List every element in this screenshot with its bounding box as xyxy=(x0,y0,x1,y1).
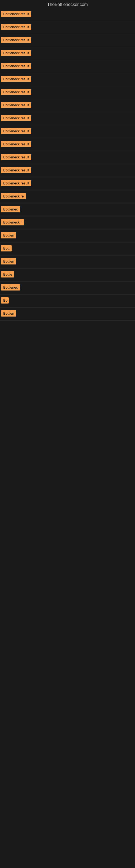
bottleneck-badge[interactable]: Bottleneck re xyxy=(1,193,26,199)
bottleneck-badge[interactable]: Bottlen xyxy=(1,310,16,316)
site-title: TheBottlenecker.com xyxy=(0,0,135,8)
bottleneck-badge[interactable]: Bottleneck result xyxy=(1,102,31,108)
list-item: Bottleneck result xyxy=(0,86,135,99)
list-item: Bottleneck re xyxy=(0,190,135,204)
bottleneck-badge[interactable]: Bottleneck result xyxy=(1,24,31,30)
list-item: Bottleneck result xyxy=(0,151,135,164)
list-item: Bottlenec xyxy=(0,282,135,294)
list-item: Bottle xyxy=(0,269,135,282)
list-item: Bottleneck result xyxy=(0,47,135,60)
list-item: Bottleneck result xyxy=(0,125,135,138)
bottleneck-badge[interactable]: Bottleneck result xyxy=(1,37,31,43)
list-item: Bottlen xyxy=(0,308,135,321)
list-item: Bottleneck result xyxy=(0,99,135,112)
list-item: Bottleneck r xyxy=(0,216,135,229)
list-item: Bottleneck result xyxy=(0,138,135,151)
bottleneck-badge[interactable]: Bottle xyxy=(1,271,14,278)
list-item: Bottleneck result xyxy=(0,112,135,125)
list-item: Bo xyxy=(0,294,135,308)
bottleneck-badge[interactable]: Bottleneck result xyxy=(1,167,31,173)
bottleneck-badge[interactable]: Bottleneck result xyxy=(1,180,31,186)
bottleneck-badge[interactable]: Bottleneck result xyxy=(1,141,31,147)
bottleneck-badge[interactable]: Bottlenec xyxy=(1,284,20,290)
bottleneck-badge[interactable]: Bo xyxy=(1,297,9,304)
list-item: Bottleneck result xyxy=(0,73,135,86)
list-item: Bottleneck result xyxy=(0,177,135,190)
bottleneck-badge[interactable]: Bottlen xyxy=(1,232,16,239)
bottleneck-badge[interactable]: Bottleneck result xyxy=(1,76,31,82)
list-item: Bottleneck result xyxy=(0,34,135,47)
list-item: Bottleneck result xyxy=(0,8,135,21)
list-item: Bottleneck result xyxy=(0,60,135,73)
list-item: Bottlen xyxy=(0,229,135,243)
bottleneck-badge[interactable]: Bottleneck result xyxy=(1,63,31,69)
list-item: Bottleneck result xyxy=(0,164,135,177)
bottleneck-badge[interactable]: Bottleneck result xyxy=(1,89,31,95)
bottleneck-badge[interactable]: Bott xyxy=(1,245,12,251)
list-item: Bottlen xyxy=(0,255,135,269)
bottleneck-badge[interactable]: Bottleneck result xyxy=(1,11,31,17)
list-item: Bottleneck result xyxy=(0,21,135,34)
page-wrapper: TheBottlenecker.com Bottleneck resultBot… xyxy=(0,0,135,321)
list-item: Bott xyxy=(0,243,135,255)
bottleneck-badge[interactable]: Bottlen xyxy=(1,258,16,265)
bottleneck-badge[interactable]: Bottlenec xyxy=(1,206,20,212)
bottleneck-badge[interactable]: Bottleneck r xyxy=(1,219,24,225)
list-item: Bottlenec xyxy=(0,204,135,216)
bottleneck-badge[interactable]: Bottleneck result xyxy=(1,50,31,56)
items-container: Bottleneck resultBottleneck resultBottle… xyxy=(0,8,135,321)
bottleneck-badge[interactable]: Bottleneck result xyxy=(1,154,31,160)
bottleneck-badge[interactable]: Bottleneck result xyxy=(1,115,31,121)
bottleneck-badge[interactable]: Bottleneck result xyxy=(1,128,31,134)
